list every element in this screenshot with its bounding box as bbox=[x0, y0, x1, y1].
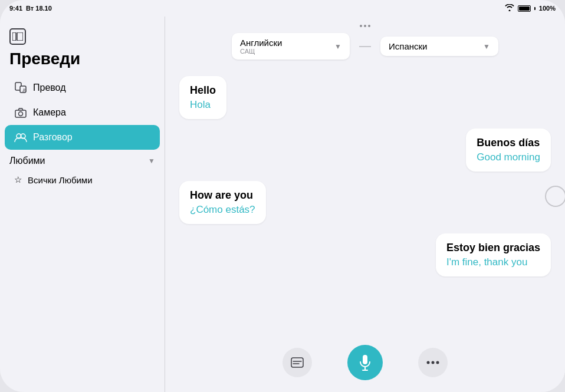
razgovor-icon bbox=[14, 131, 27, 144]
battery-icon bbox=[518, 5, 531, 12]
wifi-icon bbox=[505, 4, 514, 12]
app-container: Преведи あ Превод bbox=[0, 17, 565, 392]
right-lang-name: Испански bbox=[389, 41, 427, 51]
sidebar-toggle[interactable] bbox=[0, 24, 165, 47]
sidebar-item-razgovor-label: Разговор bbox=[33, 132, 73, 143]
status-time: 9:41 bbox=[9, 5, 22, 12]
status-date: Вт 18.10 bbox=[26, 5, 52, 12]
svg-point-16 bbox=[432, 361, 435, 364]
prevod-icon: あ bbox=[14, 81, 27, 94]
top-dots bbox=[360, 25, 370, 27]
battery-percentage: 100% bbox=[539, 5, 556, 12]
chat-area: Hello Hola Buenos días Good morning How … bbox=[165, 67, 565, 337]
main-content: Английски САЩ ▼ Испански ▼ bbox=[165, 17, 565, 392]
favorites-chevron: ▼ bbox=[148, 157, 155, 165]
msg4-original: Estoy bien gracias bbox=[446, 242, 540, 254]
msg3-original: How are you bbox=[190, 189, 255, 202]
mic-icon bbox=[358, 354, 372, 371]
favorites-section[interactable]: Любими ▼ bbox=[0, 150, 165, 170]
favorites-label: Любими bbox=[9, 156, 45, 166]
svg-point-15 bbox=[427, 361, 430, 364]
left-lang-name: Английски bbox=[240, 38, 282, 48]
subtitles-button[interactable] bbox=[282, 348, 312, 377]
sidebar-toggle-icon[interactable] bbox=[9, 28, 26, 45]
sidebar-item-kamera-label: Камера bbox=[33, 107, 66, 118]
sidebar-item-razgovor[interactable]: Разговор bbox=[5, 125, 160, 150]
msg1-original: Hello bbox=[190, 84, 216, 97]
status-left: 9:41 Вт 18.10 bbox=[9, 5, 52, 12]
svg-rect-1 bbox=[17, 32, 23, 41]
bottom-bar bbox=[165, 337, 565, 392]
right-lang-chevron: ▼ bbox=[483, 42, 490, 51]
svg-point-6 bbox=[19, 111, 23, 116]
status-right: 100% bbox=[505, 4, 556, 12]
msg2-original: Buenos días bbox=[477, 137, 540, 149]
sidebar: Преведи あ Превод bbox=[0, 17, 165, 392]
svg-text:あ: あ bbox=[22, 88, 27, 93]
left-language-selector[interactable]: Английски САЩ ▼ bbox=[232, 33, 350, 60]
sidebar-item-prevod[interactable]: あ Превод bbox=[5, 75, 160, 100]
more-button[interactable] bbox=[418, 348, 448, 377]
subtitles-icon bbox=[291, 357, 304, 368]
kamera-icon bbox=[14, 106, 27, 119]
msg2-translation: Good morning bbox=[477, 151, 540, 163]
more-icon bbox=[426, 361, 439, 364]
star-icon: ☆ bbox=[14, 174, 22, 185]
top-bar: Английски САЩ ▼ Испански ▼ bbox=[165, 17, 565, 67]
sidebar-item-prevod-label: Превод bbox=[33, 83, 66, 93]
status-bar: 9:41 Вт 18.10 100% bbox=[0, 0, 565, 17]
lang-divider bbox=[359, 46, 371, 47]
svg-rect-12 bbox=[363, 355, 367, 364]
mic-button[interactable] bbox=[347, 345, 383, 380]
message-bubble-2: Buenos días Good morning bbox=[466, 129, 551, 172]
right-language-selector[interactable]: Испански ▼ bbox=[380, 37, 498, 56]
msg3-translation: ¿Cómo estás? bbox=[190, 204, 255, 216]
message-bubble-1: Hello Hola bbox=[179, 76, 226, 119]
svg-point-17 bbox=[436, 361, 439, 364]
battery-tip bbox=[534, 7, 536, 10]
sidebar-item-kamera[interactable]: Камера bbox=[5, 100, 160, 125]
msg1-translation: Hola bbox=[190, 99, 216, 111]
message-bubble-4: Estoy bien gracias I'm fine, thank you bbox=[436, 233, 551, 276]
left-lang-sub: САЩ bbox=[240, 48, 282, 55]
svg-rect-0 bbox=[12, 32, 16, 41]
sidebar-title: Преведи bbox=[0, 47, 165, 75]
home-button[interactable] bbox=[545, 186, 565, 207]
message-bubble-3: How are you ¿Cómo estás? bbox=[179, 181, 266, 224]
all-favorites-item[interactable]: ☆ Всички Любими bbox=[0, 170, 165, 190]
all-favorites-label: Всички Любими bbox=[28, 175, 93, 185]
left-lang-chevron: ▼ bbox=[334, 42, 341, 51]
svg-rect-9 bbox=[291, 358, 303, 367]
msg4-translation: I'm fine, thank you bbox=[446, 256, 540, 268]
